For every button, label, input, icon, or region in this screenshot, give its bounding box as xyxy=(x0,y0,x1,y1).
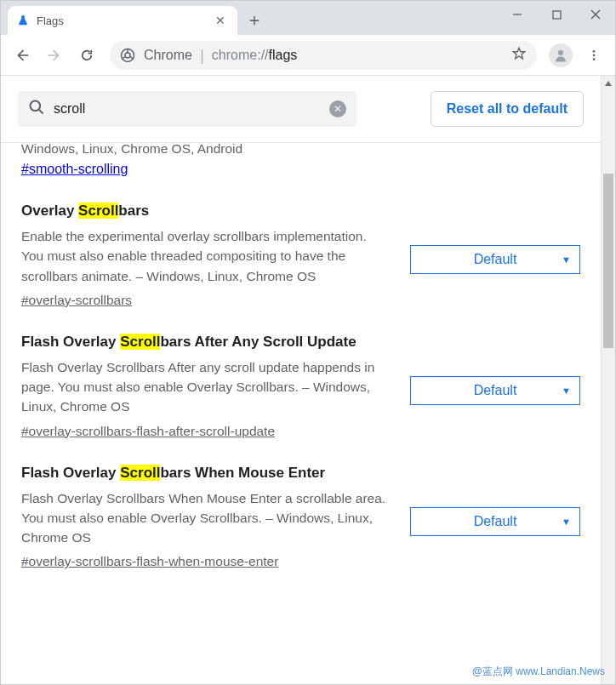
bookmark-star-icon[interactable] xyxy=(511,46,527,65)
site-label: Chrome xyxy=(144,48,192,63)
flask-icon xyxy=(16,14,30,27)
profile-avatar[interactable] xyxy=(549,43,573,67)
chevron-down-icon: ▼ xyxy=(562,385,571,396)
flag-anchor[interactable]: #overlay-scrollbars-flash-when-mouse-ent… xyxy=(21,554,278,568)
forward-button[interactable] xyxy=(40,41,69,70)
select-value: Default xyxy=(474,514,517,529)
select-value: Default xyxy=(474,383,517,398)
svg-point-9 xyxy=(593,58,596,60)
reset-all-button[interactable]: Reset all to default xyxy=(431,91,584,127)
vertical-scrollbar[interactable] xyxy=(601,76,615,685)
svg-point-8 xyxy=(593,54,596,56)
flag-title: Flash Overlay Scrollbars After Any Scrol… xyxy=(21,334,390,351)
flag-select[interactable]: Default ▼ xyxy=(410,376,580,405)
reload-button[interactable] xyxy=(72,41,101,70)
flag-title: Flash Overlay Scrollbars When Mouse Ente… xyxy=(21,465,390,482)
flag-description: Flash Overlay Scrollbars After any scrol… xyxy=(21,357,390,417)
flag-select[interactable]: Default ▼ xyxy=(410,507,580,536)
window-controls xyxy=(498,1,615,28)
svg-point-5 xyxy=(125,53,130,58)
minimize-button[interactable] xyxy=(498,1,537,28)
scrollbar-up-arrow-icon[interactable] xyxy=(602,76,615,90)
flag-item-partial: Windows, Linux, Chrome OS, Android #smoo… xyxy=(21,146,580,177)
select-value: Default xyxy=(474,252,517,267)
close-window-button[interactable] xyxy=(576,1,615,28)
scrollbar-thumb[interactable] xyxy=(603,174,613,348)
flag-item: Flash Overlay Scrollbars When Mouse Ente… xyxy=(21,439,580,570)
svg-point-6 xyxy=(558,50,563,55)
address-bar[interactable]: Chrome | chrome://flags xyxy=(110,41,537,70)
back-button[interactable] xyxy=(8,41,37,70)
flags-search-box[interactable]: scroll ✕ xyxy=(18,91,356,127)
chevron-down-icon: ▼ xyxy=(562,517,571,527)
svg-marker-12 xyxy=(605,81,612,86)
svg-line-11 xyxy=(39,110,43,114)
content-area: scroll ✕ Reset all to default Windows, L… xyxy=(1,76,615,685)
flags-list: Windows, Linux, Chrome OS, Android #smoo… xyxy=(1,146,601,590)
svg-rect-1 xyxy=(553,11,561,19)
svg-point-7 xyxy=(593,50,596,53)
search-query: scroll xyxy=(54,101,329,117)
new-tab-button[interactable]: ＋ xyxy=(242,8,266,31)
close-tab-icon[interactable]: ✕ xyxy=(212,12,229,29)
search-icon xyxy=(28,99,45,119)
flag-anchor[interactable]: #overlay-scrollbars-flash-after-scroll-u… xyxy=(21,424,275,438)
svg-point-10 xyxy=(31,101,41,111)
tab-title: Flags xyxy=(37,14,212,27)
window-titlebar: Flags ✕ ＋ xyxy=(1,1,615,35)
flag-item: Overlay Scrollbars Enable the experiment… xyxy=(21,177,580,308)
url-path: flags xyxy=(269,48,298,63)
url-scheme: chrome:// xyxy=(212,48,269,63)
watermark-text: @蓝点网 www.Landian.News xyxy=(472,665,605,679)
truncated-line: Windows, Linux, Chrome OS, Android xyxy=(21,141,580,157)
clear-search-icon[interactable]: ✕ xyxy=(329,100,346,117)
omnibox-separator: | xyxy=(200,46,204,65)
flag-anchor[interactable]: #smooth-scrolling xyxy=(21,162,128,176)
chevron-down-icon: ▼ xyxy=(562,254,571,265)
kebab-menu-icon[interactable] xyxy=(579,41,608,70)
browser-tab[interactable]: Flags ✕ xyxy=(8,6,237,35)
flag-item: Flash Overlay Scrollbars After Any Scrol… xyxy=(21,308,580,439)
flags-header: scroll ✕ Reset all to default xyxy=(1,76,601,143)
flag-anchor[interactable]: #overlay-scrollbars xyxy=(21,293,132,307)
flag-select[interactable]: Default ▼ xyxy=(410,245,580,274)
flag-title: Overlay Scrollbars xyxy=(21,203,390,220)
browser-toolbar: Chrome | chrome://flags xyxy=(1,35,615,76)
flag-description: Flash Overlay Scrollbars When Mouse Ente… xyxy=(21,488,390,548)
chrome-icon xyxy=(120,48,135,63)
maximize-button[interactable] xyxy=(537,1,576,28)
flag-description: Enable the experimental overlay scrollba… xyxy=(21,226,390,286)
flags-page: scroll ✕ Reset all to default Windows, L… xyxy=(1,76,601,685)
